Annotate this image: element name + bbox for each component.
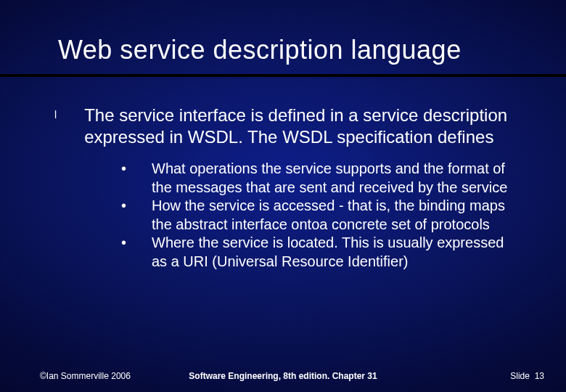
sub-bullet-text: What operations the service supports and… xyxy=(152,160,522,197)
sub-bullet-marker: • xyxy=(121,160,128,178)
footer-slide-number: Slide 13 xyxy=(510,371,544,381)
title-area: Web service description language xyxy=(0,0,566,74)
footer-slide-num: 13 xyxy=(535,371,544,381)
content-area: l The service interface is defined in a … xyxy=(0,77,566,271)
sub-bullet-text: Where the service is located. This is us… xyxy=(152,234,522,271)
slide: Web service description language l The s… xyxy=(0,0,566,392)
sub-bullet-text: How the service is accessed - that is, t… xyxy=(152,197,522,234)
sub-bullet-item: • What operations the service supports a… xyxy=(121,160,522,197)
main-bullet-item: l The service interface is defined in a … xyxy=(54,105,522,148)
sub-bullet-item: • How the service is accessed - that is,… xyxy=(121,197,522,234)
sub-bullet-list: • What operations the service supports a… xyxy=(54,157,522,271)
footer-slide-label: Slide xyxy=(510,371,530,381)
main-bullet-text: The service interface is defined in a se… xyxy=(84,105,522,148)
main-bullet-marker: l xyxy=(54,105,57,125)
footer-chapter: Software Engineering, 8th edition. Chapt… xyxy=(189,371,377,381)
sub-bullet-item: • Where the service is located. This is … xyxy=(121,234,522,271)
footer-copyright: ©Ian Sommerville 2006 xyxy=(40,371,131,381)
sub-bullet-marker: • xyxy=(121,197,128,215)
slide-title: Web service description language xyxy=(58,35,462,65)
footer: ©Ian Sommerville 2006 Software Engineeri… xyxy=(0,371,566,381)
sub-bullet-marker: • xyxy=(121,234,128,252)
